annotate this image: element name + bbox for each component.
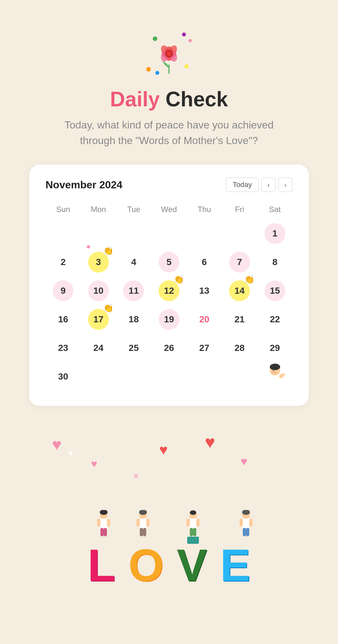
cal-day-30[interactable]: 30 xyxy=(46,364,81,390)
cal-empty xyxy=(46,221,81,247)
svg-point-16 xyxy=(282,373,285,376)
cal-empty xyxy=(81,364,116,390)
svg-rect-38 xyxy=(187,537,199,544)
page-subtitle: Today, what kind of peace have you achie… xyxy=(64,117,273,148)
cal-day-23[interactable]: 23 xyxy=(46,335,81,361)
day-number: 18 xyxy=(123,309,144,330)
cal-day-12[interactable]: 12 👏 xyxy=(151,278,187,304)
cal-empty xyxy=(187,221,222,247)
dow-sat: Sat xyxy=(257,202,292,217)
cal-day-18[interactable]: 18 xyxy=(116,306,151,332)
cal-day-10[interactable]: 10 xyxy=(81,278,116,304)
day-number: 1 xyxy=(265,223,285,244)
cal-empty xyxy=(222,364,257,390)
svg-rect-35 xyxy=(196,519,200,527)
love-letter-E: E xyxy=(220,543,250,588)
cal-day-28[interactable]: 28 xyxy=(222,335,257,361)
day-number: 20 xyxy=(194,309,215,330)
heart-5: ♥ xyxy=(240,455,247,468)
svg-rect-20 xyxy=(97,519,100,527)
cal-day-13[interactable]: 13 xyxy=(187,278,222,304)
day-number: 12 👏 xyxy=(159,280,179,301)
letter-L: L xyxy=(87,543,115,588)
cal-day-20[interactable]: 20 xyxy=(187,306,222,332)
cal-day-8[interactable]: 8 xyxy=(257,249,292,275)
cal-empty xyxy=(116,364,151,390)
svg-rect-23 xyxy=(104,528,107,536)
cal-day-15[interactable]: 15 xyxy=(257,278,292,304)
person-V xyxy=(180,510,206,546)
today-button[interactable]: Today xyxy=(226,178,259,192)
title-check: Check xyxy=(165,87,228,111)
cal-day-27[interactable]: 27 xyxy=(187,335,222,361)
dow-sun: Sun xyxy=(46,202,81,217)
calendar-header: November 2024 Today ‹ › xyxy=(46,178,292,192)
dot-blue xyxy=(155,71,159,75)
day-number: 28 xyxy=(229,338,250,358)
cal-day-14[interactable]: 14 👏 xyxy=(222,278,257,304)
dot-pink xyxy=(188,39,192,42)
flower-decoration xyxy=(143,29,195,81)
dot-green xyxy=(153,36,157,41)
day-number: 22 xyxy=(265,309,285,330)
svg-rect-28 xyxy=(146,519,150,527)
cal-day-6[interactable]: 6 xyxy=(187,249,222,275)
clap-icon: 👏 xyxy=(244,275,254,285)
cal-day-25[interactable]: 25 xyxy=(116,335,151,361)
cal-day-1[interactable]: 1 xyxy=(257,221,292,247)
cal-day-4[interactable]: 4 xyxy=(116,249,151,275)
day-number: 3 👏 xyxy=(88,252,109,273)
days-of-week-row: Sun Mon Tue Wed Thu Fri Sat xyxy=(46,202,292,217)
cal-day-26[interactable]: 26 xyxy=(151,335,187,361)
svg-rect-22 xyxy=(100,528,104,536)
love-letter-O: O xyxy=(128,543,164,588)
bottom-illustration: ♥ ♥ ♥ ♥ ♥ ♥ ♥ L xyxy=(0,425,338,588)
cal-day-2[interactable]: 2 xyxy=(46,249,81,275)
heart-6: ♥ xyxy=(133,471,139,481)
calendar-nav: Today ‹ › xyxy=(226,178,292,192)
cal-day-19[interactable]: 19 xyxy=(151,306,187,332)
cal-day-24[interactable]: 24 xyxy=(81,335,116,361)
day-number: 25 xyxy=(123,338,144,358)
svg-point-11 xyxy=(273,369,274,371)
dot-orange xyxy=(146,67,151,72)
next-month-button[interactable]: › xyxy=(278,178,292,192)
svg-rect-36 xyxy=(190,528,193,536)
cal-day-3[interactable]: 3 👏 xyxy=(81,249,116,275)
cal-day-21[interactable]: 21 xyxy=(222,306,257,332)
svg-rect-44 xyxy=(243,528,246,536)
flower-icon xyxy=(153,36,185,75)
svg-point-32 xyxy=(190,510,196,515)
title-daily: Daily xyxy=(110,87,160,111)
cal-day-5[interactable]: 5 xyxy=(151,249,187,275)
calendar-month: November 2024 xyxy=(46,179,123,191)
cal-day-7[interactable]: 7 xyxy=(222,249,257,275)
day-number: 10 xyxy=(88,280,109,301)
cal-day-17[interactable]: 17 👏 xyxy=(81,306,116,332)
svg-rect-41 xyxy=(242,518,250,528)
cal-empty xyxy=(116,221,151,247)
cal-day-11[interactable]: 11 xyxy=(116,278,151,304)
cal-empty xyxy=(81,221,116,247)
heart-3: ♥ xyxy=(159,442,168,458)
cal-character xyxy=(257,364,292,390)
cal-day-16[interactable]: 16 xyxy=(46,306,81,332)
cal-empty xyxy=(151,221,187,247)
day-number: 6 xyxy=(194,252,215,273)
cal-day-29[interactable]: 29 xyxy=(257,335,292,361)
day-number: 23 xyxy=(53,338,73,358)
day-number: 11 xyxy=(123,280,144,301)
day-number: 14 👏 xyxy=(229,280,250,301)
svg-rect-43 xyxy=(249,519,253,527)
cal-day-22[interactable]: 22 xyxy=(257,306,292,332)
clap-icon: 👏 xyxy=(103,246,113,256)
dow-fri: Fri xyxy=(222,202,257,217)
svg-point-12 xyxy=(274,371,275,372)
cal-day-9[interactable]: 9 xyxy=(46,278,81,304)
day-number: 19 xyxy=(159,309,179,330)
svg-rect-33 xyxy=(189,518,197,528)
day-number: 17 👏 xyxy=(88,309,109,330)
prev-month-button[interactable]: ‹ xyxy=(261,178,276,192)
day-number: 24 xyxy=(88,338,109,358)
love-letter-L: L xyxy=(87,543,115,588)
